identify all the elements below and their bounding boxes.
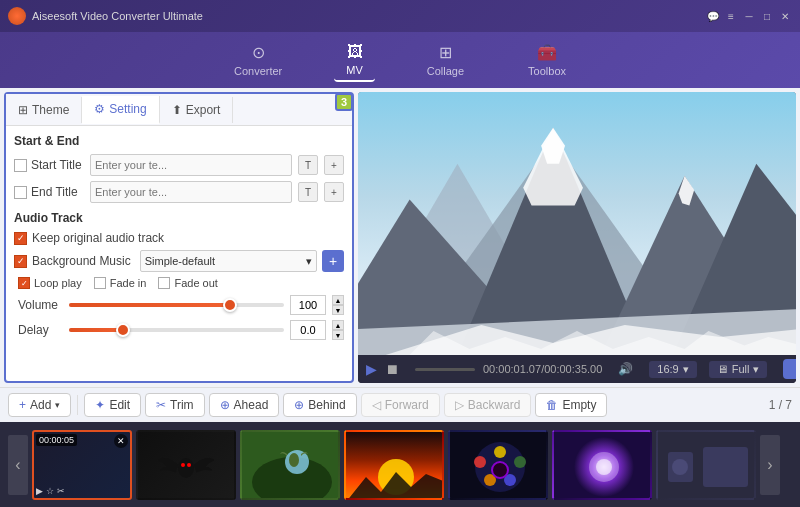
backward-icon: ▷ [455,398,464,412]
keep-original-checkbox[interactable]: ✓ [14,232,27,245]
volume-thumb[interactable] [223,298,237,312]
loop-play-checkbox[interactable]: ✓ [18,277,30,289]
nav-toolbox[interactable]: 🧰 Toolbox [516,39,578,81]
end-title-label: End Title [31,185,78,199]
thumb-1-cut-icon[interactable]: ✂ [57,486,65,496]
fade-in-option[interactable]: Fade in [94,277,147,289]
volume-slider[interactable] [69,303,284,307]
tab-theme[interactable]: ⊞ Theme [6,97,82,123]
aspect-dropdown-icon: ▾ [683,363,689,376]
thumb-1[interactable]: 00:00:05 ✕ ▶ ☆ ✂ [32,430,132,500]
end-title-add-icon[interactable]: + [324,182,344,202]
thumb-3[interactable] [240,430,340,500]
forward-button[interactable]: ◁ Forward [361,393,440,417]
progress-line[interactable] [415,368,475,371]
behind-button[interactable]: ⊕ Behind [283,393,356,417]
ahead-button[interactable]: ⊕ Ahead [209,393,280,417]
fade-out-option[interactable]: Fade out [158,277,217,289]
volume-value: 100 [290,295,326,315]
loop-play-option[interactable]: ✓ Loop play [18,277,82,289]
thumb-2[interactable] [136,430,236,500]
nav-mv[interactable]: 🖼 MV [334,39,375,82]
behind-label: Behind [308,398,345,412]
bg-music-select[interactable]: Simple-default ▾ [140,250,317,272]
filmstrip-next[interactable]: › [760,435,780,495]
volume-spinner[interactable]: ▲ ▼ [332,295,344,315]
maximize-button[interactable]: □ [760,9,774,23]
volume-down-arrow[interactable]: ▼ [332,305,344,315]
backward-button[interactable]: ▷ Backward [444,393,532,417]
nav-collage[interactable]: ⊞ Collage [415,39,476,81]
bg-music-checkbox[interactable]: ✓ [14,255,27,268]
start-title-input[interactable] [90,154,292,176]
thumb-1-close[interactable]: ✕ [114,434,128,448]
svg-point-15 [187,463,191,467]
delay-spinner[interactable]: ▲ ▼ [332,320,344,340]
filmstrip-prev[interactable]: ‹ [8,435,28,495]
thumb-5-heroes-svg [450,432,548,500]
delay-up-arrow[interactable]: ▲ [332,320,344,330]
svg-point-34 [596,459,612,475]
app-title: Aiseesoft Video Converter Ultimate [32,10,706,22]
view-mode-value: Full [732,363,750,375]
add-icon: + [19,398,26,412]
thumb-7[interactable] [656,430,756,500]
thumb-4[interactable] [344,430,444,500]
end-title-checkbox[interactable] [14,186,27,199]
add-button[interactable]: + Add ▾ [8,393,71,417]
tab-export[interactable]: ⬆ Export [160,97,234,123]
delay-slider[interactable] [69,328,284,332]
volume-up-arrow[interactable]: ▲ [332,295,344,305]
end-title-input[interactable] [90,181,292,203]
add-music-button[interactable]: + [322,250,344,272]
loop-play-label: Loop play [34,277,82,289]
scissors-icon: ✂ [156,398,166,412]
minimize-button[interactable]: ─ [742,9,756,23]
trim-button[interactable]: ✂ Trim [145,393,205,417]
tab-setting[interactable]: ⚙ Setting [82,96,159,124]
keep-original-row[interactable]: ✓ Keep original audio track [14,231,344,245]
edit-button[interactable]: ✦ Edit [84,393,141,417]
start-title-checkbox-label[interactable]: Start Title [14,158,84,172]
thumb-6[interactable] [552,430,652,500]
end-title-row: End Title T + [14,181,344,203]
nav-converter[interactable]: ⊙ Converter [222,39,294,81]
main-nav: ⊙ Converter 🖼 MV ⊞ Collage 🧰 Toolbox [0,32,800,88]
delay-thumb[interactable] [116,323,130,337]
preview-controls: ▶ ⏹ 00:00:01.07/00:00:35.00 🔊 16:9 ▾ 🖥 F… [358,355,796,383]
start-title-add-icon[interactable]: + [324,155,344,175]
volume-icon[interactable]: 🔊 [618,362,633,376]
tab-setting-label: Setting [109,102,146,116]
menu-icon[interactable]: ≡ [724,9,738,23]
close-button[interactable]: ✕ [778,9,792,23]
behind-icon: ⊕ [294,398,304,412]
end-title-checkbox-label[interactable]: End Title [14,185,84,199]
fade-out-checkbox[interactable] [158,277,170,289]
export-button[interactable]: Export [783,359,796,379]
background-music-row: ✓ Background Music Simple-default ▾ + [14,250,344,272]
panel-body: Start & End Start Title T + End Title T … [6,126,352,353]
thumb-6-glowing-svg [554,432,652,500]
backward-label: Backward [468,398,521,412]
thumb-5[interactable] [448,430,548,500]
empty-button[interactable]: 🗑 Empty [535,393,607,417]
forward-label: Forward [385,398,429,412]
start-title-text-icon[interactable]: T [298,155,318,175]
thumb-1-star-icon[interactable]: ☆ [46,486,54,496]
aspect-ratio-value: 16:9 [657,363,678,375]
start-title-checkbox[interactable] [14,159,27,172]
chat-icon[interactable]: 💬 [706,9,720,23]
svg-point-26 [494,446,506,458]
play-button[interactable]: ▶ [366,361,377,377]
stop-button[interactable]: ⏹ [385,361,399,377]
sub-options-row: ✓ Loop play Fade in Fade out [14,277,344,289]
view-mode-select[interactable]: 🖥 Full ▾ [709,361,768,378]
svg-point-13 [178,458,194,478]
title-bar: Aiseesoft Video Converter Ultimate 💬 ≡ ─… [0,0,800,32]
aspect-ratio-select[interactable]: 16:9 ▾ [649,361,696,378]
thumb-7-svg [658,432,756,500]
fade-in-checkbox[interactable] [94,277,106,289]
delay-down-arrow[interactable]: ▼ [332,330,344,340]
thumb-1-play-icon[interactable]: ▶ [36,486,43,496]
end-title-text-icon[interactable]: T [298,182,318,202]
